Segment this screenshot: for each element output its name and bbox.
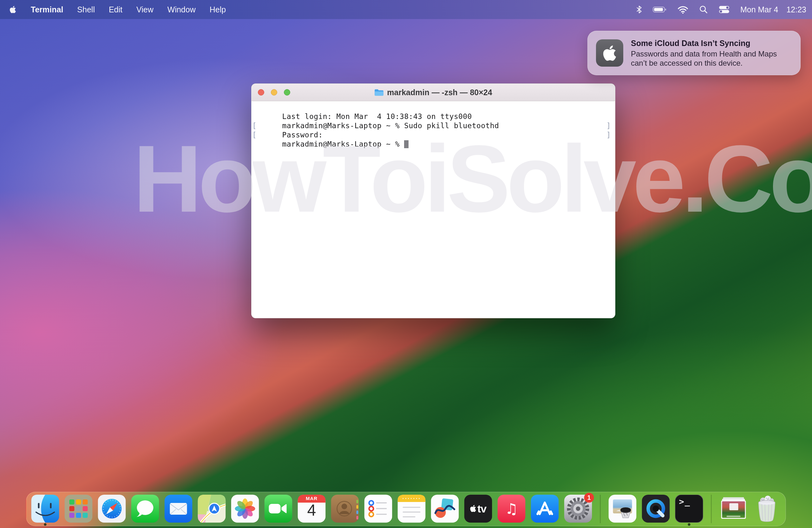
terminal-cursor xyxy=(404,140,408,148)
dock-icon-terminal[interactable]: >_ xyxy=(675,495,703,523)
dock-icon-freeform[interactable] xyxy=(431,495,459,523)
calendar-month-label: MAR xyxy=(298,496,326,501)
terminal-line: [markadmin@Marks-Laptop ~ % Sudo pkill b… xyxy=(251,113,615,123)
menu-item-terminal[interactable]: Terminal xyxy=(24,5,70,14)
running-indicator xyxy=(688,523,691,526)
notification-title: Some iCloud Data Isn’t Syncing xyxy=(631,39,780,48)
settings-notification-badge: 1 xyxy=(584,493,594,503)
dock-icon-preview[interactable] xyxy=(609,495,637,523)
notification-banner[interactable]: Some iCloud Data Isn’t Syncing Passwords… xyxy=(588,31,801,75)
folder-proxy-icon xyxy=(374,88,384,97)
dock-icon-quicktime[interactable] xyxy=(642,495,670,523)
dock-icon-system-settings[interactable]: 1 xyxy=(564,495,592,523)
dock-icon-messages[interactable] xyxy=(131,495,159,523)
traffic-light-zoom[interactable] xyxy=(284,89,290,96)
dock-icon-photos[interactable] xyxy=(231,495,259,523)
dock-icon-launchpad[interactable] xyxy=(65,495,92,523)
notification-body: Passwords and data from Health and Maps … xyxy=(631,49,780,68)
dock-icon-music[interactable]: ♫ xyxy=(498,495,525,523)
window-titlebar[interactable]: markadmin — -zsh — 80×24 xyxy=(251,84,615,101)
terminal-line: Last login: Mon Mar 4 10:38:43 on ttys00… xyxy=(251,104,615,113)
terminal-line: markadmin@Marks-Laptop ~ % xyxy=(251,132,615,141)
control-center-icon[interactable] xyxy=(719,5,729,14)
dock-icon-maps[interactable] xyxy=(198,495,226,523)
desktop: { "menu_bar": { "items": ["Terminal", "S… xyxy=(0,0,812,528)
dock: MAR 4 xyxy=(26,492,786,526)
spotlight-search-icon[interactable] xyxy=(699,5,708,14)
apple-logo-icon xyxy=(10,5,16,14)
apple-tv-label: tv xyxy=(477,503,486,515)
battery-icon[interactable] xyxy=(653,6,667,13)
dock-separator xyxy=(711,495,712,523)
traffic-light-close[interactable] xyxy=(258,89,264,96)
window-title: markadmin — -zsh — 80×24 xyxy=(387,88,492,97)
apple-logo-icon xyxy=(470,504,476,512)
menu-item-shell[interactable]: Shell xyxy=(70,5,102,14)
menu-item-view[interactable]: View xyxy=(129,5,160,14)
menu-item-window[interactable]: Window xyxy=(160,5,203,14)
traffic-light-minimize[interactable] xyxy=(271,89,277,96)
dock-icon-facetime[interactable] xyxy=(264,495,292,523)
terminal-prompt-glyph: >_ xyxy=(679,497,691,506)
running-indicator xyxy=(44,523,47,526)
dock-icon-apple-tv[interactable]: tv xyxy=(464,495,492,523)
menubar-time: 12:23 xyxy=(786,5,806,14)
dock-icon-safari[interactable] xyxy=(98,495,126,523)
menu-bar: Terminal Shell Edit View Window Help xyxy=(0,0,812,19)
music-note-icon: ♫ xyxy=(498,495,525,523)
dock-icon-contacts[interactable] xyxy=(331,495,359,523)
dock-icon-trash[interactable] xyxy=(753,495,781,523)
terminal-body[interactable]: Last login: Mon Mar 4 10:38:43 on ttys00… xyxy=(251,101,615,318)
dock-icon-calendar[interactable]: MAR 4 xyxy=(298,495,326,523)
menu-item-help[interactable]: Help xyxy=(203,5,233,14)
apple-logo-icon xyxy=(603,44,617,62)
notification-app-icon xyxy=(596,39,623,67)
calendar-day-label: 4 xyxy=(298,501,326,519)
terminal-window: markadmin — -zsh — 80×24 Last login: Mon… xyxy=(251,84,615,318)
wifi-icon[interactable] xyxy=(678,5,688,14)
apple-menu[interactable] xyxy=(10,5,16,14)
menu-item-edit[interactable]: Edit xyxy=(102,5,129,14)
dock-icon-reminders[interactable] xyxy=(364,495,392,523)
dock-icon-mail[interactable] xyxy=(165,495,192,523)
dock-icon-app-store[interactable] xyxy=(531,495,559,523)
terminal-line: [Password:] xyxy=(251,123,615,132)
dock-minimized-window[interactable] xyxy=(720,495,748,523)
menubar-date: Mon Mar 4 xyxy=(740,5,778,14)
bluetooth-icon[interactable] xyxy=(636,5,642,14)
menubar-clock[interactable]: Mon Mar 4 12:23 xyxy=(740,5,806,14)
dock-icon-notes[interactable] xyxy=(398,495,426,523)
dock-icon-finder[interactable] xyxy=(31,495,59,523)
dock-separator xyxy=(600,495,601,523)
